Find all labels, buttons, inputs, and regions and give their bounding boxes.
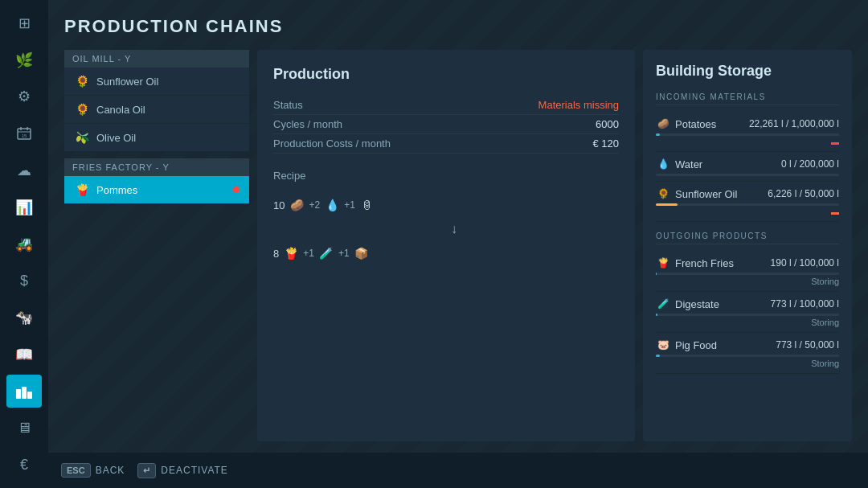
potatoes-sub: ▬ (656, 137, 839, 146)
storage-item-digestate-name: 🧪 Digestate (656, 297, 719, 311)
chain-group-oil-mill: OIL MILL - Y (64, 50, 249, 68)
sidebar-item-stats[interactable]: 📊 (6, 191, 42, 224)
back-button[interactable]: ESC BACK (61, 463, 125, 478)
chain-item-canola-oil-label: Canola Oil (96, 104, 145, 116)
stat-cycles-label: Cycles / month (273, 118, 342, 130)
pommes-alert-dot (233, 187, 240, 193)
chain-item-sunflower-oil[interactable]: 🌻 Sunflower Oil (64, 68, 249, 96)
sunflower-bar-fill (656, 203, 678, 206)
potatoes-amount: 22,261 l / 1,000,000 l (749, 118, 839, 129)
pigfood-amount: 773 l / 50,000 l (776, 339, 839, 351)
pigfood-label: Pig Food (675, 339, 717, 351)
water-label: Water (675, 158, 702, 170)
olive-oil-icon: 🫒 (74, 129, 90, 146)
chain-panel: OIL MILL - Y 🌻 Sunflower Oil 🌻 Canola Oi… (64, 50, 249, 441)
sidebar-item-euro[interactable]: € (6, 448, 42, 482)
digestate-icon: 🧪 (656, 297, 670, 311)
recipe-plus-2: +1 (344, 199, 355, 211)
deactivate-label: DEACTIVATE (161, 465, 228, 476)
back-label: BACK (96, 465, 125, 476)
svg-rect-5 (16, 389, 21, 399)
incoming-materials-header: INCOMING MATERIALS (656, 92, 839, 105)
sunflower-label: Sunflower Oil (675, 188, 737, 200)
deactivate-key: ↵ (137, 463, 156, 478)
fries-amount: 190 l / 100,000 l (771, 257, 839, 269)
recipe-plus-4: +1 (338, 248, 350, 259)
recipe-label: Recipe (273, 170, 619, 182)
production-panel: Production Status Materials missing Cycl… (257, 50, 635, 441)
fries-bar (656, 273, 839, 275)
stat-cycles: Cycles / month 6000 (273, 115, 619, 134)
pigfood-icon: 🐷 (656, 338, 670, 352)
digestate-label: Digestate (675, 298, 719, 310)
deactivate-button[interactable]: ↵ DEACTIVATE (137, 463, 228, 478)
recipe-plus-3: +1 (303, 248, 314, 259)
pommes-icon: 🍟 (74, 182, 90, 198)
sidebar: ⊞ 🌿 ⚙ 15 ☁ 📊 🚜 $ 🐄 📖 🖥 € (0, 0, 48, 488)
recipe-section: Recipe 10 🥔 +2 💧 +1 🛢 ↓ 8 🍟 +1 🧪 (273, 170, 619, 267)
recipe-output-row: 8 🍟 +1 🧪 +1 📦 (273, 240, 619, 267)
storage-panel: Building Storage INCOMING MATERIALS 🥔 Po… (643, 50, 852, 441)
potatoes-label: Potatoes (675, 118, 716, 130)
fries-storage-icon: 🍟 (656, 256, 670, 270)
content-row: OIL MILL - Y 🌻 Sunflower Oil 🌻 Canola Oi… (64, 50, 852, 441)
storage-item-french-fries: 🍟 French Fries 190 l / 100,000 l Storing (656, 251, 839, 292)
storage-item-pigfood-name: 🐷 Pig Food (656, 338, 717, 352)
fries-label: French Fries (675, 257, 734, 269)
svg-rect-7 (27, 392, 32, 399)
chain-item-pommes[interactable]: 🍟 Pommes (64, 176, 249, 204)
svg-rect-6 (22, 387, 27, 399)
storage-item-water-name: 💧 Water (656, 157, 702, 171)
sidebar-item-production[interactable] (6, 375, 42, 408)
pigfood-bar-fill (656, 355, 660, 357)
stat-status: Status Materials missing (273, 96, 619, 115)
water-icon: 💧 (656, 157, 670, 171)
outgoing-products-header: OUTGOING PRODUCTS (656, 232, 839, 244)
recipe-oil-icon: 🛢 (358, 196, 376, 214)
storage-title: Building Storage (656, 63, 839, 80)
chain-item-canola-oil[interactable]: 🌻 Canola Oil (64, 96, 249, 124)
sidebar-item-map[interactable]: ⊞ (6, 6, 42, 40)
digestate-bar-fill (656, 314, 657, 316)
sunflower-oil-icon: 🌻 (74, 73, 90, 89)
potatoes-bar (656, 133, 839, 136)
sunflower-storage-icon: 🌻 (656, 187, 670, 201)
stat-status-label: Status (273, 99, 303, 111)
sidebar-item-animals[interactable]: 🐄 (6, 301, 42, 334)
chain-group-fries-factory-label: FRIES FACTORY - Y (72, 162, 170, 172)
sidebar-item-calendar[interactable]: 15 (6, 117, 42, 150)
storage-item-sunflower-name: 🌻 Sunflower Oil (656, 187, 737, 201)
potatoes-bar-fill (656, 133, 660, 136)
stat-status-value: Materials missing (538, 99, 619, 111)
sunflower-bar (656, 203, 839, 206)
recipe-digestate-icon: 🧪 (317, 244, 335, 262)
production-title: Production (273, 66, 619, 83)
sidebar-item-farm[interactable]: 🌿 (6, 43, 42, 77)
sidebar-item-tractor[interactable]: 🚜 (6, 228, 42, 261)
storage-item-potatoes-name: 🥔 Potatoes (656, 117, 716, 131)
main-content: PRODUCTION CHAINS OIL MILL - Y 🌻 Sunflow… (48, 0, 868, 488)
stat-cycles-value: 6000 (596, 118, 619, 130)
canola-oil-icon: 🌻 (74, 101, 90, 117)
sidebar-item-screen[interactable]: 🖥 (6, 411, 42, 445)
sidebar-item-wheel[interactable]: ⚙ (6, 80, 42, 114)
back-key: ESC (61, 463, 91, 478)
recipe-input-row: 10 🥔 +2 💧 +1 🛢 (273, 191, 619, 219)
sunflower-sub: ▬ (656, 207, 839, 216)
digestate-sub: Storing (656, 318, 839, 327)
storage-item-water: 💧 Water 0 l / 200,000 l (656, 152, 839, 182)
sidebar-item-money[interactable]: $ (6, 264, 42, 297)
sidebar-item-weather[interactable]: ☁ (6, 154, 42, 187)
digestate-amount: 773 l / 100,000 l (771, 298, 839, 310)
chain-group-fries-factory: FRIES FACTORY - Y (64, 158, 249, 176)
fries-sub: Storing (656, 277, 839, 286)
recipe-arrow: ↓ (273, 222, 619, 236)
recipe-water-icon: 💧 (323, 196, 341, 214)
storage-item-pig-food: 🐷 Pig Food 773 l / 50,000 l Storing (656, 333, 839, 374)
svg-text:15: 15 (22, 133, 27, 138)
sidebar-item-book[interactable]: 📖 (6, 338, 42, 371)
recipe-fries-icon: 🍟 (282, 244, 300, 262)
chain-item-olive-oil[interactable]: 🫒 Olive Oil (64, 124, 249, 152)
recipe-pigfood-icon: 📦 (353, 244, 371, 262)
page-title: PRODUCTION CHAINS (64, 16, 852, 37)
